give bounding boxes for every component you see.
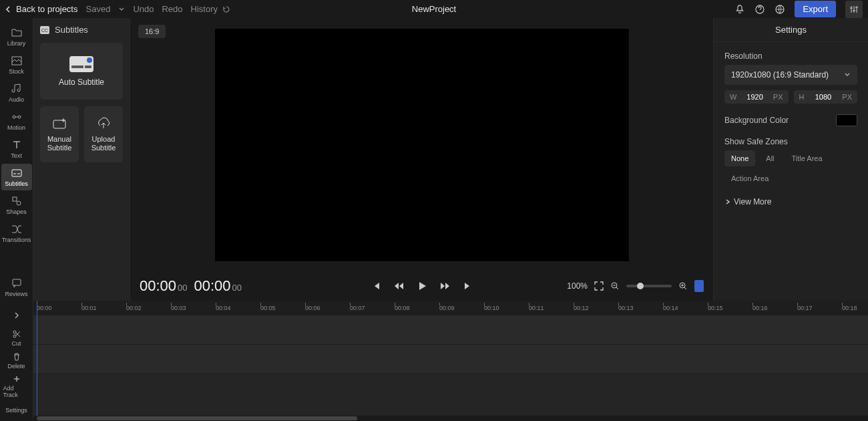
redo-button[interactable]: Redo: [162, 4, 182, 14]
fit-button[interactable]: [694, 280, 704, 292]
video-canvas[interactable]: [215, 29, 629, 261]
zoom-out-icon: [610, 281, 620, 291]
chevron-left-icon: [5, 6, 12, 13]
width-input[interactable]: W1920PX: [724, 90, 789, 104]
svg-rect-6: [13, 197, 17, 201]
bell-icon: [734, 4, 745, 15]
forward-button[interactable]: [440, 281, 451, 291]
chevron-down-icon: [118, 6, 125, 13]
left-rail: Library Stock Audio Motion Text Subtitle…: [0, 18, 33, 301]
track-row[interactable]: [33, 315, 868, 345]
rail-shapes[interactable]: Shapes: [1, 192, 32, 219]
zone-title[interactable]: Title Area: [785, 150, 829, 166]
ruler-tick: 00:17: [797, 305, 813, 311]
rail-stock[interactable]: Stock: [1, 51, 32, 78]
delete-tool[interactable]: Delete: [3, 350, 30, 372]
back-label: Back to projects: [16, 4, 78, 14]
cut-tool[interactable]: Cut: [3, 327, 30, 349]
play-button[interactable]: [416, 280, 428, 292]
rail-reviews[interactable]: Reviews: [1, 274, 32, 301]
zoom-percent[interactable]: 100%: [567, 281, 588, 291]
aspect-ratio-badge[interactable]: 16:9: [138, 25, 166, 38]
zoom-in-icon: [678, 281, 688, 291]
canvas-wrap: [130, 18, 713, 271]
svg-point-18: [13, 331, 16, 333]
view-more-toggle[interactable]: View More: [724, 197, 857, 206]
zoom-in-button[interactable]: [678, 281, 688, 291]
skip-end-icon: [463, 281, 473, 291]
svg-rect-8: [13, 279, 21, 285]
ruler-tick: 00:07: [350, 305, 365, 311]
ruler-tick: 00:16: [752, 305, 768, 311]
export-button[interactable]: Export: [795, 1, 836, 17]
upload-subtitle-card[interactable]: Upload Subtitle: [84, 106, 123, 162]
trash-icon: [12, 352, 21, 362]
fullscreen-icon: [594, 281, 604, 291]
back-to-projects[interactable]: Back to projects: [5, 4, 78, 14]
resolution-section: Resolution 1920x1080 (16:9 Standard) W19…: [724, 51, 857, 104]
skip-start-button[interactable]: [371, 281, 381, 291]
rail-library[interactable]: Library: [1, 23, 32, 50]
resolution-select[interactable]: 1920x1080 (16:9 Standard): [724, 65, 857, 85]
track-row[interactable]: [33, 345, 868, 374]
language-button[interactable]: [775, 4, 785, 15]
zone-none[interactable]: None: [724, 150, 755, 166]
rewind-button[interactable]: [393, 281, 404, 291]
timeline-ruler[interactable]: 00:0000:0100:0200:0300:0400:0500:0600:07…: [33, 301, 868, 315]
fullscreen-button[interactable]: [594, 281, 604, 291]
timeline-scrollbar[interactable]: [33, 416, 868, 421]
chevron-down-icon: [844, 72, 851, 78]
svg-point-3: [13, 116, 15, 118]
top-bar: Back to projects Saved Undo Redo History…: [0, 0, 868, 18]
svg-text:CC: CC: [41, 28, 48, 33]
zone-all[interactable]: All: [759, 150, 781, 166]
timeline-tools: Cut Delete Add Track Settings: [0, 301, 33, 421]
safe-zone-buttons: None All Title Area Action Area: [724, 150, 857, 186]
reviews-icon: [11, 277, 23, 289]
history-button[interactable]: History: [191, 4, 230, 14]
svg-rect-12: [71, 65, 83, 68]
scrollbar-thumb[interactable]: [37, 416, 357, 420]
skip-end-button[interactable]: [463, 281, 473, 291]
settings-panel: Settings Resolution 1920x1080 (16:9 Stan…: [713, 18, 868, 301]
project-settings-button[interactable]: [845, 1, 863, 18]
rail-subtitles[interactable]: Subtitles: [1, 164, 32, 190]
help-button[interactable]: [754, 4, 765, 15]
audio-icon: [11, 83, 23, 95]
total-timecode: 00:0000: [194, 277, 242, 295]
notifications-button[interactable]: [734, 4, 745, 15]
playhead[interactable]: [37, 301, 37, 416]
transitions-icon: [11, 223, 23, 235]
rail-audio[interactable]: Audio: [1, 80, 32, 106]
ruler-tick: 00:05: [260, 305, 276, 311]
project-title[interactable]: NewProject: [412, 4, 456, 14]
timeline-expand[interactable]: [3, 305, 30, 326]
auto-subtitle-card[interactable]: Auto Subtitle: [40, 43, 123, 100]
timeline-tracks[interactable]: [33, 315, 868, 416]
motion-icon: [11, 111, 23, 123]
timeline-settings-button[interactable]: Settings: [3, 400, 30, 421]
globe-icon: [775, 4, 785, 15]
safe-zones-label: Show Safe Zones: [724, 137, 857, 146]
undo-button[interactable]: Undo: [133, 4, 154, 14]
ruler-tick: 00:13: [618, 305, 634, 311]
svg-rect-13: [85, 65, 91, 68]
manual-subtitle-card[interactable]: Manual Subtitle: [40, 106, 79, 162]
rail-motion[interactable]: Motion: [1, 108, 32, 134]
cc-icon: CC: [40, 26, 49, 34]
ruler-tick: 00:06: [305, 305, 320, 311]
rail-transitions[interactable]: Transitions: [1, 220, 32, 247]
upload-icon: [96, 116, 111, 131]
height-input[interactable]: H1080PX: [794, 90, 858, 104]
zoom-out-button[interactable]: [610, 281, 620, 291]
safe-zones-section: Show Safe Zones None All Title Area Acti…: [724, 137, 857, 186]
timeline-body[interactable]: 00:0000:0100:0200:0300:0400:0500:0600:07…: [33, 301, 868, 421]
rail-text[interactable]: Text: [1, 136, 32, 162]
save-dropdown[interactable]: [118, 6, 125, 13]
bg-color-swatch[interactable]: [836, 114, 857, 126]
zoom-slider[interactable]: [626, 285, 672, 287]
dimensions-row: W1920PX H1080PX: [724, 90, 857, 104]
zone-action[interactable]: Action Area: [724, 170, 775, 186]
preview-area: 16:9 00:0000 00:0000 100%: [130, 18, 713, 301]
add-track-button[interactable]: Add Track: [3, 374, 30, 398]
